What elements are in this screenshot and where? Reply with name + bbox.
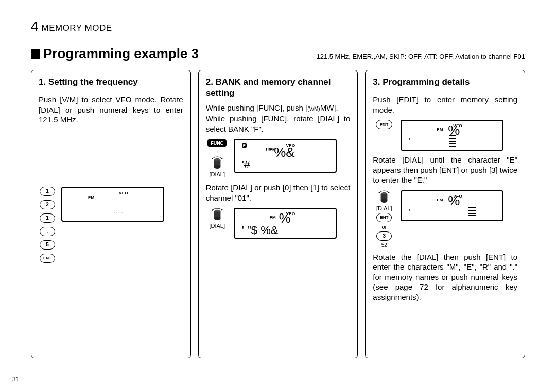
lcd2b-big2: ' "$ %&	[242, 224, 279, 237]
dial-label-2: [DIAL]	[209, 223, 225, 229]
title-text: Programming example 3	[43, 46, 199, 62]
lcd3a-stripe	[449, 135, 456, 147]
lcd2b-fm: FM	[270, 215, 276, 220]
lcd2a-big1: " %&	[266, 145, 295, 161]
side-dial-ent: [DIAL] ENT or 3 52	[373, 190, 395, 248]
panel2-heading: 2. BANK and memory channel setting	[206, 77, 351, 99]
lcd1-fm: FM	[88, 195, 95, 200]
lcd-3a: FM VFO % '	[401, 120, 503, 151]
key-dot: .	[40, 227, 55, 236]
ent-key-3: ENT	[376, 213, 392, 222]
panel1-heading: 1. Setting the frequency	[39, 77, 183, 87]
svg-marker-9	[221, 209, 223, 211]
lcd3a-big2: '	[409, 137, 410, 148]
side-edit: EDIT	[373, 120, 395, 129]
dial-label: [DIAL]	[209, 171, 225, 177]
dial-icon-3	[378, 190, 390, 204]
chapter-label: MEMORY MODE	[41, 23, 112, 33]
svg-marker-8	[212, 209, 214, 211]
svg-point-12	[381, 199, 388, 202]
dial-icon	[212, 156, 223, 170]
lcd2a-f: F	[242, 143, 247, 148]
key-column: 1 2 1 . 5 ENT	[39, 187, 56, 263]
panel-bank-memory: 2. BANK and memory channel setting While…	[198, 70, 358, 358]
lcd3b-stripe	[468, 206, 476, 217]
lcd-2a: F FM VFO " %& '#	[234, 139, 337, 173]
func-key: FUNC	[207, 139, 227, 147]
svg-marker-13	[378, 192, 380, 193]
lcd1-dots: .....	[114, 209, 124, 215]
lcd-3b: FM VFO % '	[401, 190, 503, 221]
edit-key: EDIT	[376, 120, 392, 129]
panel1-text: Push [V/M] to select VFO mode. Rotate [D…	[39, 95, 183, 125]
panel3-text1: Push [EDIT] to enter memory setting mode…	[373, 95, 517, 115]
page-number: 31	[12, 376, 19, 383]
lcd3b-big2: '	[409, 207, 410, 218]
svg-marker-3	[212, 158, 214, 159]
lcd2a-big2: '#	[242, 158, 250, 171]
three-key: 3	[376, 231, 392, 241]
panel3-heading: 3. Programming details	[373, 77, 517, 87]
panel-setting-frequency: 1. Setting the frequency Push [V/M] to s…	[31, 70, 191, 358]
chapter-line: 4 MEMORY MODE	[31, 19, 525, 34]
plus-label: +	[215, 149, 218, 155]
chapter-num: 4	[31, 19, 38, 34]
svg-point-2	[214, 165, 220, 169]
lcd2b-big1: %	[279, 210, 291, 226]
side-func-dial: FUNC + [DIAL]	[206, 139, 229, 177]
side-dial-2: [DIAL]	[206, 208, 229, 229]
panel-programming-details: 3. Programming details Push [EDIT] to en…	[365, 70, 525, 358]
or-label: or	[381, 224, 387, 230]
panel2-text2: While pushing [FUNC], rotate [DIAL] to s…	[206, 114, 351, 134]
lcd-1: FM VFO .....	[61, 187, 164, 222]
lcd3b-big1: %	[448, 193, 460, 209]
panel3-text2: Rotate [DIAL] until the character "E" ap…	[373, 155, 517, 185]
lcd3b-fm: FM	[437, 198, 443, 202]
lcd3a-fm: FM	[437, 127, 443, 132]
square-bullet-icon	[31, 49, 40, 59]
dial-label-3: [DIAL]	[376, 205, 392, 211]
key-2: 2	[40, 200, 55, 209]
key-1b: 1	[40, 213, 55, 223]
key-1: 1	[40, 187, 55, 196]
title-note: 121.5 MHz, EMER.,AM, SKIP: OFF, ATT: OFF…	[316, 52, 525, 60]
panel2-text1: While pushing [FUNC], push [(V/M)MW].	[206, 103, 351, 113]
page-title: Programming example 3	[31, 46, 199, 62]
svg-marker-14	[388, 192, 390, 193]
five2-label: 52	[381, 242, 387, 248]
panel3-text3: Rotate the [DIAL] then push [ENT] to ent…	[373, 252, 517, 302]
svg-marker-4	[221, 158, 223, 159]
panel2-text3: Rotate [DIAL] or push [0] then [1] to se…	[206, 183, 351, 203]
lcd-2b: FM VFO % ' "$ %&	[234, 208, 337, 239]
lcd1-vfo: VFO	[119, 191, 128, 195]
dial-icon-2	[212, 208, 223, 221]
key-ent: ENT	[40, 254, 55, 263]
svg-point-7	[214, 217, 220, 220]
key-5: 5	[40, 240, 55, 250]
